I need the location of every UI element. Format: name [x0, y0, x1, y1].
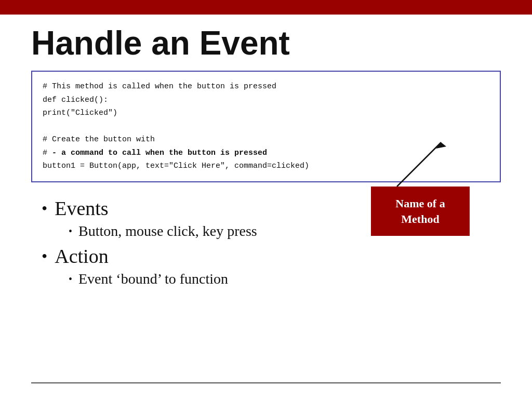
code-line-6-prefix: #	[43, 149, 52, 157]
bullet-events-label: Events	[55, 197, 108, 220]
annotation-label: Name of a Method	[395, 197, 445, 225]
bullet-dot-events: •	[42, 200, 47, 217]
bottom-line	[31, 382, 501, 383]
slide-content: Handle an Event # This method is called …	[0, 15, 532, 303]
annotation-box: Name of a Method	[371, 187, 470, 236]
code-line-4	[43, 120, 489, 134]
bullets-wrapper: • Events • Button, mouse click, key pres…	[31, 197, 501, 287]
bullet-sub-events-label: Button, mouse click, key press	[78, 223, 257, 240]
code-line-2: def clicked():	[43, 94, 489, 107]
bullet-action: • Action	[42, 245, 501, 268]
bullet-action-label: Action	[55, 245, 108, 268]
code-line-6-bold: - a command to call when the button is p…	[52, 149, 267, 157]
annotation-arrow	[345, 137, 459, 189]
svg-line-0	[397, 142, 441, 187]
bullet-sub-action: • Event ‘bound’ to function	[69, 271, 501, 287]
bullet-sub-dot-events: •	[69, 226, 72, 236]
bullet-dot-action: •	[42, 248, 47, 264]
top-bar	[0, 0, 532, 15]
code-line-1: # This method is called when the button …	[43, 80, 489, 94]
code-line-3: print("Clicked")	[43, 107, 489, 120]
bullet-sub-dot-action: •	[69, 274, 72, 284]
bullet-sub-action-label: Event ‘bound’ to function	[78, 271, 228, 287]
slide-title: Handle an Event	[31, 25, 501, 61]
bullet-group-action: • Action • Event ‘bound’ to function	[42, 245, 501, 287]
